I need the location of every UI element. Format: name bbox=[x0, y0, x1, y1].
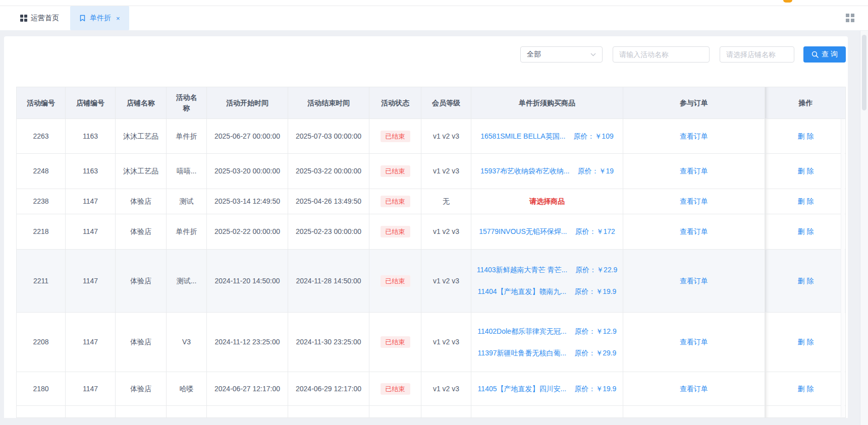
header-shop-id: 店铺编号 bbox=[66, 87, 116, 118]
cell-start-time: 2025-06-27 00:00:00 bbox=[207, 119, 288, 153]
cell-end-time bbox=[288, 406, 369, 418]
page-scrollbar-thumb[interactable] bbox=[862, 35, 866, 110]
product-link[interactable]: 16581SMILE BELLA英国...原价：￥109 bbox=[480, 131, 613, 142]
cell-start-time: 2024-11-12 23:25:00 bbox=[207, 313, 288, 372]
cell-shop-id: 1147 bbox=[66, 189, 116, 214]
cell-status: 已结束 bbox=[369, 313, 421, 372]
activity-name-input[interactable] bbox=[613, 47, 709, 62]
cell-member-level: v1 v2 v3 bbox=[421, 214, 471, 249]
cell-activity-name: V3 bbox=[167, 313, 207, 372]
page-scrollbar[interactable] bbox=[860, 31, 868, 425]
content-card: 全部 查 询 bbox=[4, 36, 848, 425]
status-badge: 已结束 bbox=[381, 196, 410, 207]
delete-link[interactable]: 删 除 bbox=[798, 337, 814, 347]
cell-shop-id: 1163 bbox=[66, 154, 116, 189]
delete-link[interactable]: 删 除 bbox=[798, 384, 814, 394]
cell-orders: 查看订单 bbox=[623, 250, 765, 312]
cell-orders: 查看订单 bbox=[623, 119, 765, 153]
table-horizontal-scrollbar[interactable] bbox=[4, 418, 848, 425]
apps-square bbox=[846, 14, 849, 17]
cell-shop-id: 1147 bbox=[66, 372, 116, 405]
cell-activity-name: 测试... bbox=[167, 250, 207, 312]
view-orders-link[interactable]: 查看订单 bbox=[680, 276, 708, 286]
avatar-sliver bbox=[783, 0, 792, 3]
product-title: 11397新疆吐鲁番无核白葡... bbox=[478, 348, 567, 358]
cell-operation: 删 除 bbox=[765, 119, 846, 153]
cell-end-time: 2024-06-29 12:17:00 bbox=[288, 372, 369, 405]
cell-activity-id: 2211 bbox=[17, 250, 66, 312]
cell-start-time: 2025-03-20 00:00:00 bbox=[207, 154, 288, 189]
product-price: 原价：￥109 bbox=[573, 131, 613, 142]
cell-activity-id: 2180 bbox=[17, 372, 66, 405]
cell-status: 已结束 bbox=[369, 154, 421, 189]
cell-activity-name: 哈喽 bbox=[167, 372, 207, 405]
cell-shop-name: 体验店 bbox=[116, 313, 167, 372]
cell-status: 已结束 bbox=[369, 406, 421, 418]
delete-link[interactable]: 删 除 bbox=[798, 166, 814, 176]
cell-operation: 删 除 bbox=[765, 372, 846, 405]
tab-home-label: 运营首页 bbox=[31, 14, 59, 23]
cell-operation: 删 除 bbox=[765, 250, 846, 312]
close-icon[interactable]: × bbox=[116, 15, 120, 22]
cell-status: 已结束 bbox=[369, 189, 421, 214]
view-orders-link[interactable]: 查看订单 bbox=[680, 226, 708, 237]
product-link[interactable]: 11402Dole都乐菲律宾无冠...原价：￥12.9 bbox=[477, 326, 617, 337]
tab-single-item-discount[interactable]: 单件折 × bbox=[70, 6, 129, 30]
view-orders-link[interactable]: 查看订单 bbox=[680, 337, 708, 347]
view-orders-link[interactable]: 查看订单 bbox=[680, 166, 708, 176]
product-link[interactable]: 11397新疆吐鲁番无核白葡...原价：￥29.9 bbox=[478, 348, 617, 358]
delete-link[interactable]: 删 除 bbox=[798, 226, 814, 237]
product-title: 11403新鲜越南大青芒 青芒... bbox=[477, 265, 567, 275]
table-vertical-scrollbar[interactable] bbox=[841, 119, 845, 417]
cell-end-time: 2024-11-30 23:25:00 bbox=[288, 313, 369, 372]
header-start-time: 活动开始时间 bbox=[207, 87, 288, 118]
delete-link[interactable]: 删 除 bbox=[798, 196, 814, 207]
cell-orders bbox=[623, 406, 765, 418]
apps-grid-corner-icon[interactable] bbox=[846, 14, 855, 23]
cell-shop-id: 1147 bbox=[66, 313, 116, 372]
cell-end-time: 2025-02-23 00:00:00 bbox=[288, 214, 369, 249]
cell-member-level: v1 v2 v3 bbox=[421, 154, 471, 189]
cell-shop-name bbox=[116, 406, 167, 418]
status-select[interactable]: 全部 bbox=[520, 46, 603, 63]
view-orders-link[interactable]: 查看订单 bbox=[680, 196, 708, 207]
status-badge: 已结束 bbox=[381, 275, 410, 287]
cell-activity-id: 2248 bbox=[17, 154, 66, 189]
apps-grid-icon bbox=[20, 15, 27, 22]
cell-activity-name: 测试 bbox=[167, 189, 207, 214]
cell-shop-name: 体验店 bbox=[116, 250, 167, 312]
cell-start-time: 2024-06-27 12:17:00 bbox=[207, 372, 288, 405]
cell-member-level bbox=[421, 406, 471, 418]
delete-link[interactable]: 删 除 bbox=[798, 276, 814, 286]
apps-square bbox=[846, 19, 849, 22]
search-button-label: 查 询 bbox=[822, 50, 838, 59]
view-orders-link[interactable]: 查看订单 bbox=[680, 384, 708, 394]
cell-member-level: 无 bbox=[421, 189, 471, 214]
cell-status: 已结束 bbox=[369, 214, 421, 249]
product-link[interactable]: 11403新鲜越南大青芒 青芒...原价：￥22.9 bbox=[477, 265, 618, 275]
cell-end-time: 2025-04-26 13:49:50 bbox=[288, 189, 369, 214]
cell-activity-id: 2238 bbox=[17, 189, 66, 214]
cell-orders: 查看订单 bbox=[623, 154, 765, 189]
product-link[interactable]: 15937布艺收纳袋布艺收纳...原价：￥19 bbox=[480, 166, 614, 176]
status-badge: 已结束 bbox=[381, 131, 410, 142]
product-link[interactable]: 11405【产地直发】四川安...原价：￥19.9 bbox=[478, 384, 617, 394]
tab-operations-home[interactable]: 运营首页 bbox=[17, 6, 62, 30]
cell-member-level: v1 v2 v3 bbox=[421, 372, 471, 405]
shop-name-input[interactable] bbox=[720, 47, 794, 62]
product-link[interactable]: 15779INVOUS无铅环保焊...原价：￥172 bbox=[479, 226, 615, 237]
product-price: 原价：￥19.9 bbox=[574, 384, 616, 394]
search-button[interactable]: 查 询 bbox=[803, 46, 846, 63]
activity-name-field-wrap bbox=[613, 46, 710, 63]
cell-shop-name: 体验店 bbox=[116, 189, 167, 214]
activities-table: 活动编号 店铺编号 店铺名称 活动名称 活动开始时间 活动结束时间 活动状态 会… bbox=[16, 87, 846, 418]
chevron-down-icon bbox=[590, 53, 596, 56]
empty-product-text: 请选择商品 bbox=[529, 196, 565, 207]
product-link[interactable]: 11404【产地直发】赣南九...原价：￥19.9 bbox=[478, 286, 617, 297]
header-activity-name: 活动名称 bbox=[167, 87, 207, 118]
product-price: 原价：￥29.9 bbox=[574, 348, 616, 358]
view-orders-link[interactable]: 查看订单 bbox=[680, 131, 708, 142]
delete-link[interactable]: 删 除 bbox=[798, 131, 814, 142]
product-title: 11404【产地直发】赣南九... bbox=[478, 286, 567, 297]
header-operation: 操作 bbox=[765, 87, 846, 118]
